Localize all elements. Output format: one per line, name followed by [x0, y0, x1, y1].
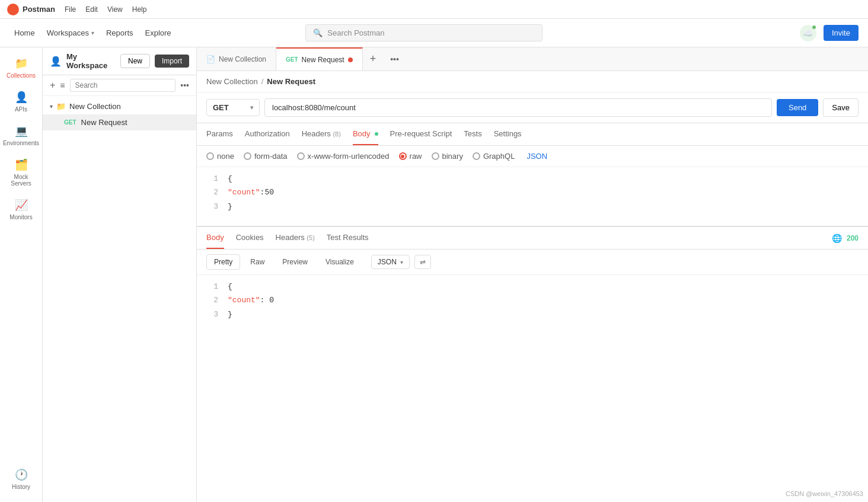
unsaved-dot	[348, 57, 353, 62]
menu-bar: File Edit View Help	[65, 5, 147, 14]
res-line-2: 2 "count": 0	[206, 293, 859, 307]
sidebar-item-monitors[interactable]: 📈 Monitors	[2, 194, 40, 225]
tab-authorization[interactable]: Authorization	[245, 123, 290, 145]
nav-explore[interactable]: Explore	[141, 25, 176, 41]
tab-tests[interactable]: Tests	[464, 123, 481, 145]
option-urlencoded[interactable]: x-www-form-urlencoded	[297, 152, 390, 161]
sidebar-item-mock-servers[interactable]: 🗂️ Mock Servers	[2, 154, 40, 191]
sidebar-item-label: Monitors	[9, 214, 32, 220]
method-selector[interactable]: GET ▾	[206, 99, 260, 116]
content-area: 📄 New Collection GET New Request + ••• N…	[197, 47, 868, 502]
sidebar-item-label: History	[12, 484, 30, 490]
menu-help[interactable]: Help	[132, 5, 147, 14]
request-code-editor[interactable]: 1 { 2 "count":50 3 }	[197, 167, 868, 226]
sidebar-item-environments[interactable]: 💻 Environments	[2, 120, 40, 151]
url-bar: GET ▾ Send Save	[197, 92, 868, 123]
breadcrumb-current: New Request	[267, 77, 315, 86]
watermark: CSDN @weixin_47306453	[786, 490, 863, 497]
res-tab-cookies[interactable]: Cookies	[236, 227, 264, 249]
option-form-data[interactable]: form-data	[244, 152, 288, 161]
cloud-icon[interactable]: ☁️	[800, 25, 816, 41]
res-tab-body[interactable]: Body	[206, 227, 224, 249]
res-line-3: 3 }	[206, 308, 859, 321]
collection-tree: ▾ 📁 New Collection GET New Request	[43, 96, 196, 502]
sidebar-icons: 📁 Collections 👤 APIs 💻 Environments 🗂️ M…	[0, 47, 43, 502]
menu-file[interactable]: File	[65, 5, 76, 14]
method-label: GET	[286, 56, 298, 63]
sidebar-item-history[interactable]: 🕐 History	[2, 463, 40, 495]
collection-header[interactable]: ▾ 📁 New Collection	[43, 98, 196, 114]
code-line-3: 3 }	[206, 200, 859, 213]
method-badge: GET	[64, 119, 76, 126]
new-button[interactable]: New	[120, 54, 150, 68]
option-graphql[interactable]: GraphQL	[473, 152, 515, 161]
format-chevron-icon: ▾	[400, 259, 403, 266]
sub-tab-visualize[interactable]: Visualize	[318, 254, 362, 270]
json-type-selector[interactable]: JSON	[526, 152, 547, 161]
wrap-icon: ⇌	[420, 258, 426, 266]
send-button[interactable]: Send	[777, 99, 818, 116]
search-collections-input[interactable]	[70, 79, 176, 92]
add-collection-icon[interactable]: +	[50, 80, 55, 91]
response-tabs-bar: Body Cookies Headers (5) Test Results 🌐 …	[197, 227, 868, 250]
more-tabs-button[interactable]: •••	[383, 47, 406, 71]
res-tab-headers[interactable]: Headers (5)	[276, 227, 315, 249]
tab-new-collection[interactable]: 📄 New Collection	[197, 47, 276, 71]
nav-home[interactable]: Home	[9, 25, 40, 41]
chevron-down-icon: ▾	[91, 30, 94, 36]
history-icon: 🕐	[15, 468, 28, 481]
menu-view[interactable]: View	[107, 5, 123, 14]
panel-more-icon[interactable]: •••	[180, 81, 189, 90]
sub-tab-preview[interactable]: Preview	[275, 254, 315, 270]
tab-new-request[interactable]: GET New Request	[276, 47, 363, 71]
option-binary[interactable]: binary	[432, 152, 463, 161]
request-area: New Collection / New Request GET ▾ Send …	[197, 71, 868, 502]
response-area: Body Cookies Headers (5) Test Results 🌐 …	[197, 226, 868, 502]
sub-tab-raw[interactable]: Raw	[242, 254, 272, 270]
tab-body[interactable]: Body	[353, 123, 378, 145]
res-line-1: 1 {	[206, 280, 859, 293]
method-chevron-icon: ▾	[250, 104, 253, 111]
user-icon: 👤	[50, 56, 62, 67]
globe-icon: 🌐	[832, 234, 842, 243]
sub-tab-pretty[interactable]: Pretty	[206, 254, 240, 270]
sidebar-item-label: APIs	[15, 106, 27, 113]
save-button[interactable]: Save	[823, 98, 859, 117]
response-sub-tabs: Pretty Raw Preview Visualize JSON ▾ ⇌	[197, 250, 868, 275]
response-body[interactable]: 1 { 2 "count": 0 3 }	[197, 275, 868, 502]
search-placeholder: Search Postman	[327, 28, 384, 37]
nav-right: ☁️ Invite	[800, 25, 859, 41]
response-status: 🌐 200	[832, 234, 859, 243]
res-tab-test-results[interactable]: Test Results	[327, 227, 369, 249]
format-selector[interactable]: JSON ▾	[371, 255, 410, 269]
tab-settings[interactable]: Settings	[494, 123, 522, 145]
sidebar-item-collections[interactable]: 📁 Collections	[2, 52, 40, 84]
tab-label: New Request	[302, 56, 344, 64]
panel-toolbar: + ≡ •••	[43, 75, 196, 96]
breadcrumb-separator: /	[261, 77, 264, 86]
collection-folder-icon: 📁	[56, 102, 66, 111]
tab-pre-request[interactable]: Pre-request Script	[390, 123, 452, 145]
sidebar-item-label: Collections	[7, 72, 36, 79]
tab-params[interactable]: Params	[206, 123, 233, 145]
url-input[interactable]	[264, 98, 772, 117]
invite-button[interactable]: Invite	[824, 25, 859, 41]
search-box[interactable]: 🔍 Search Postman	[305, 24, 542, 41]
sidebar-item-apis[interactable]: 👤 APIs	[2, 86, 40, 117]
option-raw[interactable]: raw	[399, 152, 422, 161]
nav-workspaces[interactable]: Workspaces ▾	[42, 25, 99, 41]
tab-headers[interactable]: Headers (8)	[302, 123, 341, 145]
filter-icon[interactable]: ≡	[60, 81, 65, 90]
collection-item[interactable]: GET New Request	[43, 114, 196, 130]
mock-servers-icon: 🗂️	[15, 158, 28, 171]
option-none[interactable]: none	[206, 152, 234, 161]
import-button[interactable]: Import	[155, 55, 189, 68]
nav-reports[interactable]: Reports	[101, 25, 138, 41]
breadcrumb-parent[interactable]: New Collection	[206, 77, 258, 86]
add-tab-button[interactable]: +	[363, 47, 384, 71]
wrap-button[interactable]: ⇌	[414, 255, 431, 269]
menu-edit[interactable]: Edit	[85, 5, 98, 14]
collapse-icon: ▾	[50, 103, 53, 110]
breadcrumb: New Collection / New Request	[197, 71, 868, 92]
collections-panel: 👤 My Workspace New Import + ≡ ••• ▾ 📁 Ne…	[43, 47, 197, 502]
